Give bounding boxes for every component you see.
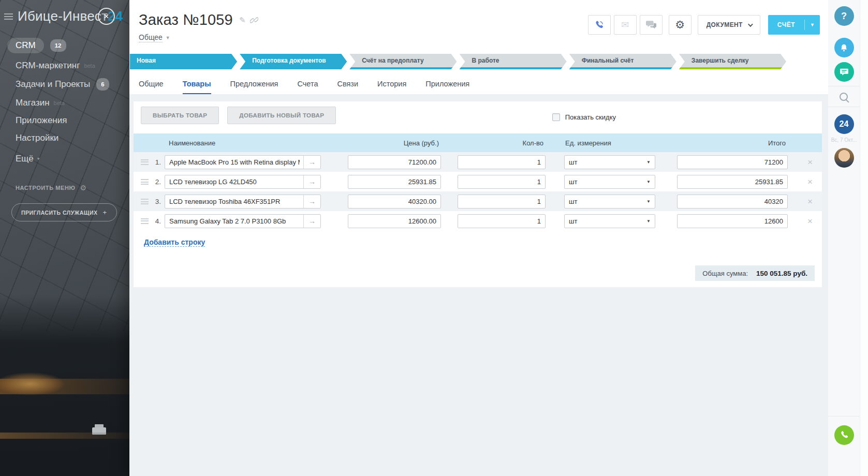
total-input[interactable] — [677, 175, 788, 189]
tab-attachments[interactable]: Приложения — [425, 80, 469, 94]
user-avatar[interactable] — [834, 148, 854, 168]
price-input[interactable] — [348, 155, 441, 169]
hamburger-menu-icon[interactable] — [4, 13, 13, 20]
crm-counter-badge: 12 — [50, 39, 66, 52]
drag-handle-icon[interactable] — [141, 199, 149, 204]
add-new-product-button[interactable]: ДОБАВИТЬ НОВЫЙ ТОВАР — [227, 107, 336, 124]
envelope-icon: ✉ — [621, 19, 629, 31]
chat-button[interactable] — [640, 15, 663, 35]
stage-document-preparation[interactable]: Подготовка документов — [240, 54, 347, 69]
sidebar-item-settings[interactable]: Настройки — [16, 133, 130, 143]
invite-employees-button[interactable]: ПРИГЛАСИТЬ СЛУЖАЩИХ + — [11, 203, 117, 221]
call-button[interactable] — [588, 15, 611, 35]
add-row-link[interactable]: Добавить строку — [144, 238, 205, 247]
tab-invoices[interactable]: Счета — [297, 80, 318, 94]
invoice-button[interactable]: СЧЁТ — [768, 15, 804, 35]
tab-relations[interactable]: Связи — [337, 80, 358, 94]
search-icon[interactable] — [839, 92, 849, 102]
quantity-input[interactable] — [458, 155, 546, 169]
product-name-input[interactable] — [165, 155, 321, 169]
quantity-input[interactable] — [458, 214, 546, 228]
tab-products[interactable]: Товары — [183, 80, 211, 94]
unit-select[interactable]: шт▼ — [564, 175, 655, 189]
rail-divider — [828, 416, 860, 416]
product-row: 1. → шт▼ × — [134, 152, 822, 172]
drag-handle-icon[interactable] — [141, 159, 149, 165]
stage-in-progress[interactable]: В работе — [460, 54, 567, 69]
tab-history[interactable]: История — [377, 80, 406, 94]
left-sidebar: Ибице-Инвест24 CRM 12 CRM-маркетинг beta… — [0, 0, 130, 221]
gear-icon: ⚙ — [80, 184, 87, 192]
sidebar-item-more[interactable]: Ещё ▾ — [16, 154, 130, 164]
tab-proposals[interactable]: Предложения — [230, 80, 278, 94]
messenger-button[interactable] — [834, 62, 854, 82]
quantity-input[interactable] — [458, 175, 546, 189]
unit-select[interactable]: шт▼ — [564, 155, 655, 169]
stage-prepayment-invoice[interactable]: Счёт на предоплату — [349, 54, 457, 69]
sidebar-item-tasks-projects[interactable]: Задачи и Проекты 6 — [16, 78, 130, 91]
total-input[interactable] — [677, 195, 788, 209]
open-product-arrow-icon[interactable]: → — [303, 215, 320, 228]
edit-title-icon[interactable]: ✎ — [239, 16, 246, 25]
printer-icon — [92, 424, 106, 436]
price-input[interactable] — [348, 214, 441, 228]
delete-row-button[interactable]: × — [805, 197, 815, 206]
open-product-arrow-icon[interactable]: → — [303, 156, 320, 169]
tab-general[interactable]: Общие — [139, 80, 164, 94]
settings-gear-button[interactable]: ⚙ — [669, 15, 692, 35]
select-product-button[interactable]: ВЫБРАТЬ ТОВАР — [141, 107, 219, 124]
section-selector[interactable]: Общее — [139, 33, 163, 42]
bitrix24-badge[interactable]: 24 — [834, 114, 854, 134]
show-discount-label: Показать скидку — [565, 113, 616, 121]
date-hint: Вс, 7 Окт... — [831, 137, 857, 143]
pipeline-stages: Новая Подготовка документов Счёт на пред… — [130, 54, 789, 69]
open-product-arrow-icon[interactable]: → — [303, 175, 320, 188]
copy-link-icon[interactable] — [250, 16, 258, 24]
drag-handle-icon[interactable] — [141, 218, 149, 224]
configure-menu-button[interactable]: НАСТРОИТЬ МЕНЮ ⚙ — [16, 184, 130, 192]
email-button[interactable]: ✉ — [614, 15, 637, 35]
products-card: ВЫБРАТЬ ТОВАР ДОБАВИТЬ НОВЫЙ ТОВАР Показ… — [134, 101, 822, 287]
price-input[interactable] — [348, 175, 441, 189]
main-menu: CRM 12 CRM-маркетинг beta Задачи и Проек… — [16, 38, 130, 164]
unit-select[interactable]: шт▼ — [564, 195, 655, 209]
delete-row-button[interactable]: × — [805, 217, 815, 226]
price-input[interactable] — [348, 195, 441, 209]
sidebar-item-store[interactable]: Магазин beta — [16, 98, 130, 108]
chevron-down-icon: ▼ — [646, 160, 651, 165]
invoice-split-button: СЧЁТ ▼ — [768, 15, 820, 35]
sidebar-item-apps[interactable]: Приложения — [16, 115, 130, 126]
product-row: 2. → шт▼ × — [134, 172, 822, 191]
invoice-dropdown-arrow[interactable]: ▼ — [805, 15, 820, 35]
product-name-input[interactable] — [165, 175, 321, 189]
stage-final-invoice[interactable]: Финальный счёт — [569, 54, 676, 69]
column-header-price: Цена (руб.) — [348, 139, 441, 147]
quantity-input[interactable] — [458, 195, 546, 209]
show-discount-checkbox[interactable] — [552, 113, 560, 121]
stage-close-deal[interactable]: Завершить сделку — [679, 54, 786, 69]
close-slider-button[interactable]: × — [98, 8, 115, 25]
total-input[interactable] — [677, 155, 788, 169]
stage-new[interactable]: Новая — [130, 54, 237, 69]
help-button[interactable]: ? — [834, 6, 854, 26]
delete-row-button[interactable]: × — [805, 158, 815, 167]
show-discount-toggle[interactable]: Показать скидку — [552, 113, 616, 121]
drag-handle-icon[interactable] — [141, 179, 149, 185]
sidebar-item-crm[interactable]: CRM 12 — [16, 38, 130, 53]
delete-row-button[interactable]: × — [805, 177, 815, 186]
open-product-arrow-icon[interactable]: → — [303, 195, 320, 208]
tasks-counter-badge: 6 — [96, 78, 109, 91]
unit-select[interactable]: шт▼ — [564, 214, 655, 228]
product-row: 3. → шт▼ × — [134, 191, 822, 211]
total-input[interactable] — [677, 214, 788, 228]
order-total: Общая сумма: 150 051.85 руб. — [695, 265, 815, 281]
sidebar-item-crm-marketing[interactable]: CRM-маркетинг beta — [16, 61, 130, 71]
product-name-input[interactable] — [165, 214, 321, 228]
telephony-button[interactable] — [834, 425, 854, 445]
bell-icon — [839, 43, 849, 53]
document-button[interactable]: ДОКУМЕНТ — [698, 15, 760, 35]
chat-bubbles-icon — [645, 20, 657, 30]
total-value: 150 051.85 руб. — [756, 270, 807, 277]
product-name-input[interactable] — [165, 195, 321, 209]
notifications-button[interactable] — [834, 38, 854, 57]
